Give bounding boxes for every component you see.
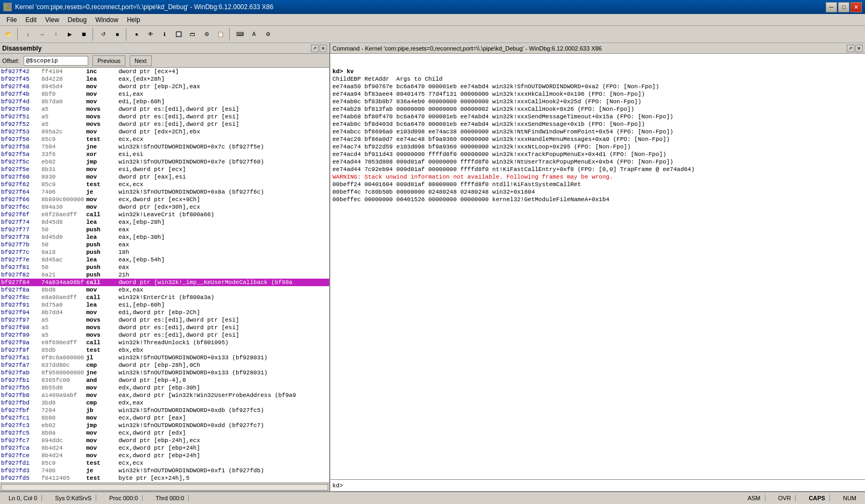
tb-watch[interactable]: 👁: [144, 28, 157, 41]
table-row[interactable]: bf927f66 8b899c000000 mov ecx,dword ptr …: [0, 196, 329, 203]
table-row[interactable]: bf927f4b 8bf0 mov esi,eax: [0, 90, 329, 98]
menu-debug[interactable]: Debug: [63, 15, 91, 25]
table-row[interactable]: bf927fd1 85c9 test ecx,ecx: [0, 459, 329, 467]
table-row[interactable]: bf927f52 a5 movs dword ptr es:[edi],dwor…: [0, 120, 329, 128]
disasm-mnem: call: [85, 339, 117, 346]
menu-help[interactable]: Help: [123, 15, 145, 25]
table-row[interactable]: bf927fd5 f6412405 test byte ptr [ecx+24h…: [0, 474, 329, 482]
disasm-scroll-thumb[interactable]: [1, 484, 328, 491]
minimize-button[interactable]: ─: [826, 2, 837, 12]
tb-separator-3: [126, 28, 128, 41]
table-row[interactable]: bf927fb1 8365fc00 and dword ptr [ebp-4],…: [0, 377, 329, 384]
table-row[interactable]: bf927f62 85c9 test ecx,ecx: [0, 181, 329, 188]
command-input[interactable]: [345, 482, 863, 489]
table-row[interactable]: bf927f5a 33f6 xor esi,esi: [0, 151, 329, 158]
tb-stop[interactable]: ■: [111, 28, 124, 41]
list-item: ee74ab68 bf80f470 bc6a6470 000001eb ee74…: [332, 113, 863, 120]
table-row[interactable]: bf927fbd 3bd0 cmp edx,eax: [0, 399, 329, 407]
table-row[interactable]: bf927f51 a5 movs dword ptr es:[edi],dwor…: [0, 113, 329, 120]
menu-window[interactable]: Window: [91, 15, 123, 25]
menu-file[interactable]: File: [2, 15, 21, 25]
table-row[interactable]: bf927f97 a5 movs dword ptr es:[edi],dwor…: [0, 316, 329, 324]
table-row[interactable]: bf927f78 8d45d0 lea eax,[ebp-30h]: [0, 233, 329, 241]
tb-restart[interactable]: ↺: [97, 28, 110, 41]
tb-font[interactable]: A: [247, 28, 260, 41]
cmd-panel-restore[interactable]: ↗: [847, 45, 854, 52]
close-button[interactable]: ✕: [850, 2, 862, 12]
table-row[interactable]: bf927f98 a5 movs dword ptr es:[edi],dwor…: [0, 324, 329, 331]
table-row[interactable]: bf927f42 ff4104 inc dword ptr [ecx+4]: [0, 68, 329, 75]
table-row[interactable]: bf927f48 8945d4 mov dword ptr [ebp-2Ch],…: [0, 83, 329, 90]
next-button[interactable]: Next: [130, 55, 152, 66]
tb-registers[interactable]: 🔲: [172, 28, 185, 41]
table-row[interactable]: bf927f94 8b7dd4 mov edi,dword ptr [ebp-2…: [0, 309, 329, 316]
table-row[interactable]: bf927f45 8d4228 lea eax,[edx+28h]: [0, 75, 329, 83]
tb-run[interactable]: ▶: [63, 28, 76, 41]
table-row[interactable]: bf927fb8 a1409a9abf mov eax,dword ptr [w…: [0, 392, 329, 399]
table-row[interactable]: bf927fc7 894ddc mov dword ptr [ebp-24h],…: [0, 437, 329, 444]
disasm-ops: dword ptr [edx+2Ch],ebx: [117, 128, 329, 136]
table-row[interactable]: bf927fc5 8b0a mov ecx,dword ptr [edx]: [0, 429, 329, 437]
table-row[interactable]: bf927f5e 8b31 mov esi,dword ptr [ecx]: [0, 166, 329, 173]
table-row[interactable]: bf927f6f e8f28aedff call win32k!LeaveCri…: [0, 211, 329, 218]
tb-step-in[interactable]: ↓: [22, 28, 34, 41]
table-row[interactable]: bf927fa7 837dd80c cmp dword ptr [ebp-28h…: [0, 361, 329, 369]
table-row[interactable]: bf927f58 7504 jne win32k!SfnOUTDWORDINDW…: [0, 143, 329, 151]
table-row[interactable]: bf927fc3 eb02 jmp win32k!SfnOUTDWORDINDW…: [0, 422, 329, 429]
table-row[interactable]: bf927f8a 8bd8 mov ebx,eax: [0, 286, 329, 294]
table-row[interactable]: bf927f77 50 push eax: [0, 226, 329, 233]
maximize-button[interactable]: □: [838, 2, 849, 12]
table-row[interactable]: bf927f7e 8d45ac lea eax,[ebp-54h]: [0, 256, 329, 264]
table-row[interactable]: bf927f99 a5 movs dword ptr es:[edi],dwor…: [0, 331, 329, 339]
table-row[interactable]: bf927f81 50 push eax: [0, 264, 329, 271]
table-row[interactable]: bf927f64 7406 je win32k!SfnOUTDWORDINDWO…: [0, 188, 329, 196]
previous-button[interactable]: Previous: [93, 55, 125, 66]
table-row[interactable]: bf927f60 8930 mov dword ptr [eax],esi: [0, 173, 329, 181]
table-row[interactable]: bf927fd3 7406 je win32k!SfnOUTDWORDINDWO…: [0, 467, 329, 474]
panel-close[interactable]: ✕: [320, 45, 327, 52]
tb-break[interactable]: ⏹: [77, 28, 90, 41]
table-row[interactable]: bf927fd9 7522 jne win32k!SfnOUTDWORDINDW…: [0, 482, 329, 482]
table-row[interactable]: bf927f5c eb02 jmp win32k!SfnOUTDWORDINDW…: [0, 158, 329, 166]
table-row[interactable]: bf927f53 895a2c mov dword ptr [edx+2Ch],…: [0, 128, 329, 136]
tb-cmd[interactable]: ⌨: [233, 28, 246, 41]
table-row[interactable]: bf927fa1 0f8c8a000000 jl win32k!SfnOUTDW…: [0, 354, 329, 361]
menu-view[interactable]: View: [41, 15, 63, 25]
table-row[interactable]: bf927f56 85c9 test ecx,ecx: [0, 136, 329, 143]
tb-disasm[interactable]: ⚙: [200, 28, 213, 41]
table-row[interactable]: bf927fce 8b4d24 mov ecx,dword ptr [ebp+2…: [0, 452, 329, 459]
tb-memory[interactable]: 🗃: [186, 28, 199, 41]
table-row[interactable]: bf927f82 6a21 push 21h: [0, 271, 329, 279]
table-row[interactable]: bf927f7c 6a18 push 18h: [0, 249, 329, 256]
tb-breakpoint[interactable]: ●: [130, 28, 143, 41]
table-row[interactable]: bf927f9a e8f690edff call win32k!ThreadUn…: [0, 339, 329, 346]
table-row[interactable]: bf927f50 a5 movs dword ptr es:[edi],dwor…: [0, 105, 329, 113]
table-row[interactable]: bf927fca 8b4d24 mov ecx,dword ptr [ebp+2…: [0, 444, 329, 452]
disasm-addr: bf927f82: [0, 271, 40, 279]
table-row[interactable]: bf927f74 8d45d8 lea eax,[ebp-28h]: [0, 218, 329, 226]
tb-step-over[interactable]: →: [36, 28, 48, 41]
menu-edit[interactable]: Edit: [21, 15, 41, 25]
cmd-panel-close[interactable]: ✕: [855, 45, 863, 52]
tb-locals[interactable]: ℹ: [158, 28, 171, 41]
table-row[interactable]: bf927f8c e8a98aedff call win32k!EnterCri…: [0, 294, 329, 301]
table-row[interactable]: bf927f6c 894a30 mov dword ptr [edx+30h],…: [0, 203, 329, 211]
table-row[interactable]: bf927f84 74a834aa98bf call dword ptr [wi…: [0, 279, 329, 286]
table-row[interactable]: bf927fb5 8b55d0 mov edx,dword ptr [ebp-3…: [0, 384, 329, 392]
table-row[interactable]: bf927f9f 85db test ebx,ebx: [0, 346, 329, 354]
disasm-scrollbar[interactable]: [0, 482, 329, 491]
disassembly-area[interactable]: bf927f42 ff4104 inc dword ptr [ecx+4] bf…: [0, 68, 329, 482]
table-row[interactable]: bf927fbf 7204 jb win32k!SfnOUTDWORDINDWO…: [0, 407, 329, 414]
table-row[interactable]: bf927fc1 8b08 mov ecx,dword ptr [eax]: [0, 414, 329, 422]
table-row[interactable]: bf927f91 8d75a0 lea esi,[ebp-60h]: [0, 301, 329, 309]
offset-input[interactable]: [24, 56, 88, 66]
tb-open[interactable]: 📂: [2, 28, 15, 41]
tb-step-out[interactable]: ↑: [49, 28, 62, 41]
table-row[interactable]: bf927f7b 50 push eax: [0, 241, 329, 249]
table-row[interactable]: bf927fab 0f9580000000 jne win32k!SfnOUTD…: [0, 369, 329, 377]
panel-restore[interactable]: ↗: [311, 45, 318, 52]
tb-callstack[interactable]: 📋: [214, 28, 227, 41]
tb-options[interactable]: ⚙: [261, 28, 274, 41]
cmd-panel-controls: ↗ ✕: [847, 45, 863, 52]
table-row[interactable]: bf927f4d 8b7da0 mov edi,[ebp-60h]: [0, 98, 329, 105]
